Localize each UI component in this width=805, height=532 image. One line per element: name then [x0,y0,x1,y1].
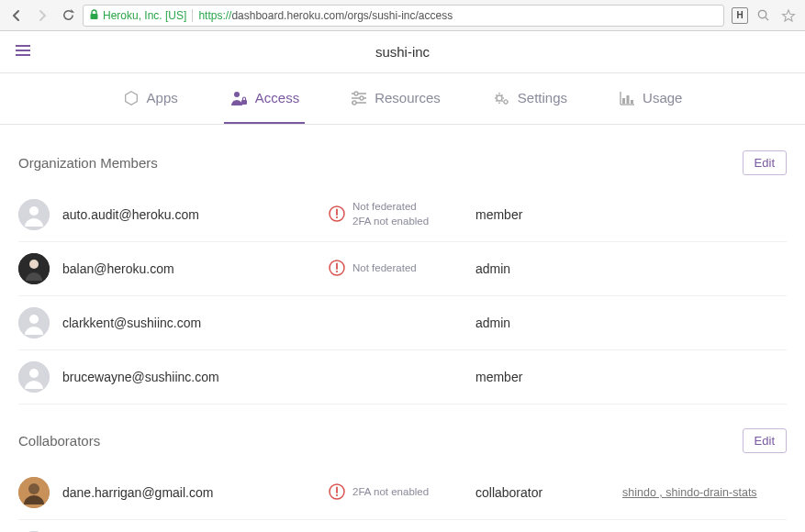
tab-apps[interactable]: Apps [117,73,184,124]
svg-point-15 [504,100,508,104]
tab-bar: Apps Access Resources Settings Usage [0,73,805,125]
member-row: brucewayne@sushiinc.commember [18,350,787,405]
collaborator-warnings: 2FA not enabled [329,483,475,503]
reload-button[interactable] [57,5,79,27]
collaborator-apps: shindo , shindo-drain-stats [622,486,787,499]
gear-icon [492,90,510,106]
svg-point-13 [352,101,356,105]
tab-label: Access [255,90,299,105]
tab-resources[interactable]: Resources [345,73,446,124]
tab-label: Apps [147,90,178,105]
app-header: sushi-inc [0,31,805,73]
forward-button[interactable] [31,5,53,27]
member-row: clarkkent@sushiinc.comadmin [18,296,787,350]
browser-toolbar: Heroku, Inc. [US] https://dashboard.hero… [0,0,805,31]
warning-text: Not federated2FA not enabled [352,200,429,228]
members-title: Organization Members [18,155,158,171]
collaborator-email: dane.harrigan@gmail.com [62,485,329,500]
svg-point-14 [497,95,502,101]
member-email: clarkkent@sushiinc.com [62,316,329,330]
collaborator-role: collaborator [475,485,622,500]
tab-settings[interactable]: Settings [486,73,573,124]
address-bar[interactable]: Heroku, Inc. [US] https://dashboard.hero… [83,5,724,27]
back-button[interactable] [6,5,28,27]
warning-icon [329,205,345,225]
warning-text: Not federated [352,261,417,276]
collaborators-list: dane.harrigan@gmail.com2FA not enabledco… [18,466,787,532]
member-role: member [475,207,622,222]
edit-members-button[interactable]: Edit [743,150,787,175]
member-row: auto.audit@heroku.comNot federated2FA no… [18,188,787,242]
warning-text: 2FA not enabled [352,485,429,500]
member-role: member [475,370,622,384]
avatar [18,361,50,393]
svg-point-30 [336,270,338,272]
svg-point-22 [29,206,39,216]
svg-rect-0 [91,14,98,19]
tab-access[interactable]: Access [224,73,305,124]
members-list: auto.audit@heroku.comNot federated2FA no… [18,188,787,405]
avatar [18,477,50,508]
svg-point-34 [29,369,39,378]
collaborators-title: Collaborators [18,433,100,449]
heroku-extension-icon[interactable]: H [732,7,748,24]
avatar [18,307,50,338]
bookmark-star-icon[interactable] [777,5,799,27]
collaborators-section-header: Collaborators Edit [18,428,787,453]
svg-point-9 [354,92,358,95]
menu-button[interactable] [15,44,31,60]
tab-label: Settings [518,90,567,105]
avatar [18,253,50,284]
svg-point-32 [29,315,39,324]
svg-rect-19 [627,95,630,104]
warning-icon [329,260,345,279]
members-section-header: Organization Members Edit [18,150,787,175]
svg-rect-18 [622,98,625,104]
lock-icon [89,9,99,22]
member-email: brucewayne@sushiinc.com [62,370,329,384]
member-row: balan@heroku.comNot federatedadmin [18,242,787,296]
collaborator-apps-link[interactable]: shindo , shindo-drain-stats [622,486,757,499]
svg-point-11 [360,96,363,100]
svg-rect-7 [241,100,247,105]
zoom-icon[interactable] [752,5,774,27]
main-content: Organization Members Edit auto.audit@her… [0,125,805,532]
collaborator-row: dane.harrigan@gmail.com2FA not enabledco… [18,466,787,520]
svg-point-39 [336,493,338,495]
org-title: sushi-inc [31,44,774,60]
member-role: admin [475,316,622,330]
hexagon-icon [123,90,140,106]
svg-point-36 [28,483,39,494]
member-role: admin [475,261,622,276]
edit-collaborators-button[interactable]: Edit [743,428,787,453]
collaborator-row: jenkins.deployer@heroku.com2FA not enabl… [18,520,787,532]
url-text: https://dashboard.heroku.com/orgs/sushi-… [198,9,453,22]
member-email: balan@heroku.com [62,261,329,276]
tab-label: Resources [375,90,441,105]
svg-point-1 [758,10,766,17]
svg-rect-20 [631,100,633,104]
tab-label: Usage [643,90,682,105]
tab-usage[interactable]: Usage [613,73,688,124]
warning-icon [329,483,345,503]
sliders-icon [351,91,367,105]
bar-chart-icon [619,91,635,105]
person-lock-icon [229,90,248,106]
avatar [18,199,50,230]
member-email: auto.audit@heroku.com [62,207,329,222]
svg-point-6 [234,92,240,97]
svg-point-25 [336,216,338,217]
svg-line-2 [765,17,767,20]
svg-point-27 [29,260,39,269]
member-warnings: Not federated2FA not enabled [329,200,475,228]
site-identity: Heroku, Inc. [US] [103,9,193,22]
member-warnings: Not federated [329,260,475,279]
